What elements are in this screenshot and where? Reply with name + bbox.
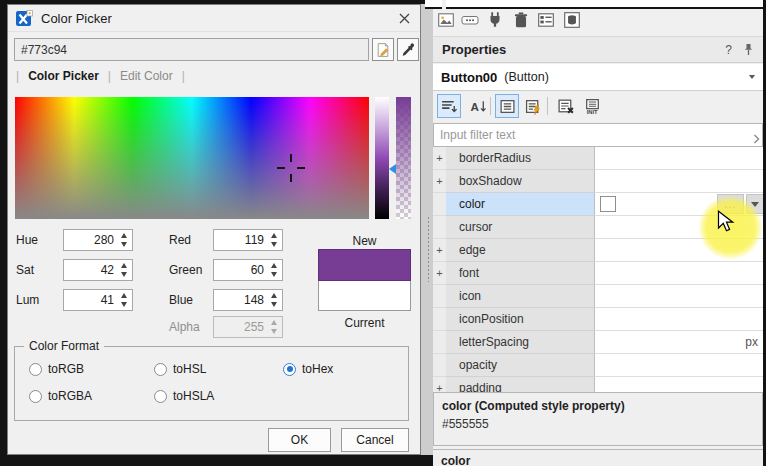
- filter-input[interactable]: [433, 123, 763, 147]
- dialog-titlebar[interactable]: Color Picker: [8, 5, 420, 32]
- expand-toggle[interactable]: +: [433, 377, 446, 392]
- radio-torgb[interactable]: toRGB: [29, 362, 84, 376]
- saturation-gradient-area[interactable]: [15, 97, 369, 219]
- spin-up-icon[interactable]: [271, 263, 277, 268]
- property-value[interactable]: [594, 285, 763, 308]
- spinner-arrows[interactable]: [119, 263, 129, 277]
- property-info-box-2: color: [433, 449, 763, 466]
- spin-up-icon[interactable]: [271, 293, 277, 298]
- alpha-strip[interactable]: [396, 97, 411, 219]
- spinner-arrows[interactable]: [269, 233, 279, 247]
- property-value[interactable]: px: [594, 331, 763, 354]
- property-value[interactable]: [594, 262, 763, 285]
- hsl-spinner-lum[interactable]: 41: [63, 289, 133, 311]
- tab-edit-color[interactable]: Edit Color: [120, 69, 173, 83]
- spin-down-icon[interactable]: [271, 242, 277, 247]
- property-row-boxShadow[interactable]: +boxShadow: [433, 170, 763, 193]
- property-row-opacity[interactable]: opacity: [433, 354, 763, 377]
- radio-dot-icon: [29, 363, 42, 376]
- edit-color-button[interactable]: [372, 38, 394, 61]
- property-row-letterSpacing[interactable]: letterSpacingpx: [433, 331, 763, 354]
- radio-dot-icon: [154, 390, 167, 403]
- hsl-spinner-sat[interactable]: 42: [63, 259, 133, 281]
- expand-toggle: [433, 308, 446, 331]
- expand-toggle[interactable]: +: [433, 170, 446, 193]
- radio-tohsl[interactable]: toHSL: [154, 362, 206, 376]
- color-crosshair-marker[interactable]: [277, 154, 305, 182]
- eyedropper-icon[interactable]: [397, 38, 419, 61]
- property-name: iconPosition: [446, 308, 594, 331]
- property-value[interactable]: [594, 354, 763, 377]
- show-all-properties-icon[interactable]: [495, 94, 519, 118]
- info-value: #555555: [442, 417, 754, 431]
- close-icon[interactable]: [396, 10, 412, 26]
- property-value[interactable]: [594, 170, 763, 193]
- expand-toggle[interactable]: +: [433, 239, 446, 262]
- spin-down-icon: [271, 329, 277, 334]
- sort-alpha-icon[interactable]: A: [466, 94, 490, 118]
- property-row-borderRadius[interactable]: +borderRadius: [433, 147, 763, 170]
- color-swatch[interactable]: [600, 196, 616, 212]
- pin-icon[interactable]: [743, 43, 754, 56]
- radio-tohex[interactable]: toHex: [283, 362, 333, 376]
- cancel-button[interactable]: Cancel: [341, 428, 409, 452]
- spin-up-icon[interactable]: [121, 293, 127, 298]
- spin-down-icon[interactable]: [121, 302, 127, 307]
- splitter-handle[interactable]: [427, 216, 430, 282]
- rgb-spinner-green[interactable]: 60: [213, 259, 283, 281]
- show-changed-properties-icon[interactable]: [521, 94, 545, 118]
- database-icon[interactable]: [563, 11, 581, 29]
- color-format-group: [14, 346, 409, 421]
- unit-label: px: [745, 335, 758, 349]
- radio-torgba[interactable]: toRGBA: [29, 389, 92, 403]
- widget-dropdown-icon[interactable]: [749, 75, 755, 79]
- spinner-arrows[interactable]: [269, 293, 279, 307]
- property-row-icon[interactable]: icon: [433, 285, 763, 308]
- property-row-font[interactable]: +font: [433, 262, 763, 285]
- selected-widget-row[interactable]: Button00 (Button): [433, 64, 763, 91]
- plug-icon[interactable]: [486, 11, 504, 29]
- spin-up-icon[interactable]: [121, 263, 127, 268]
- sort-categorized-icon[interactable]: [437, 94, 461, 118]
- trash-icon[interactable]: [512, 11, 530, 29]
- property-value[interactable]: [594, 377, 763, 392]
- chevron-right-icon[interactable]: [753, 130, 760, 148]
- reset-property-icon[interactable]: [554, 94, 578, 118]
- property-name: edge: [446, 239, 594, 262]
- form-icon[interactable]: [537, 11, 555, 29]
- property-value[interactable]: [594, 147, 763, 170]
- rgb-label-blue: Blue: [169, 293, 193, 307]
- spinner-arrows[interactable]: [269, 263, 279, 277]
- spinner-arrows[interactable]: [119, 233, 129, 247]
- image-icon[interactable]: [437, 11, 455, 29]
- spin-down-icon[interactable]: [121, 272, 127, 277]
- hsl-spinner-hue[interactable]: 280: [63, 229, 133, 251]
- property-row-padding[interactable]: +padding: [433, 377, 763, 392]
- property-row-iconPosition[interactable]: iconPosition: [433, 308, 763, 331]
- properties-toolbar: AINIT: [433, 91, 763, 123]
- spinner-arrows[interactable]: [119, 293, 129, 307]
- help-icon[interactable]: ?: [725, 43, 732, 57]
- luminance-strip[interactable]: [375, 97, 389, 219]
- luminance-marker-icon[interactable]: [389, 164, 396, 174]
- new-swatch-label: New: [318, 234, 411, 248]
- expand-toggle[interactable]: +: [433, 262, 446, 285]
- button-icon[interactable]: [461, 11, 479, 29]
- svg-text:A: A: [470, 99, 479, 112]
- expand-toggle[interactable]: +: [433, 147, 446, 170]
- spin-up-icon[interactable]: [121, 233, 127, 238]
- hex-color-input[interactable]: [14, 38, 369, 61]
- dialog-tabs: |Color Picker|Edit Color|: [16, 67, 185, 85]
- tab-color-picker[interactable]: Color Picker: [28, 69, 99, 83]
- spin-down-icon[interactable]: [121, 242, 127, 247]
- expand-toggle: [433, 354, 446, 377]
- ok-button[interactable]: OK: [268, 428, 331, 452]
- init-property-icon[interactable]: INIT: [580, 94, 604, 118]
- radio-tohsla[interactable]: toHSLA: [154, 389, 214, 403]
- rgb-spinner-red[interactable]: 119: [213, 229, 283, 251]
- spin-down-icon[interactable]: [271, 272, 277, 277]
- rgb-spinner-blue[interactable]: 148: [213, 289, 283, 311]
- spin-down-icon[interactable]: [271, 302, 277, 307]
- spin-up-icon[interactable]: [271, 233, 277, 238]
- property-value[interactable]: [594, 308, 763, 331]
